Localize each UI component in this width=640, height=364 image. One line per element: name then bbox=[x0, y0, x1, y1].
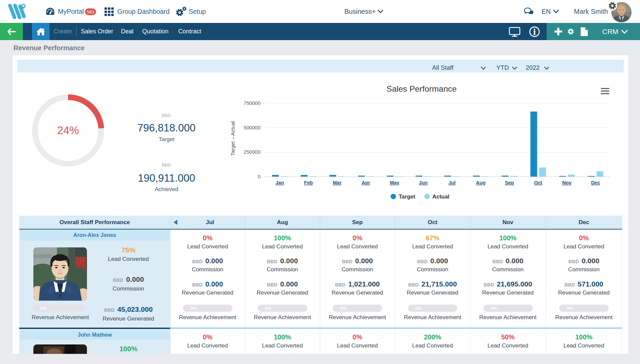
svg-text:Target – Actual: Target – Actual bbox=[230, 121, 236, 156]
svg-text:24%: 24% bbox=[57, 124, 79, 136]
svg-text:Jan: Jan bbox=[276, 180, 284, 185]
svg-text:Aug: Aug bbox=[476, 180, 485, 185]
svg-text:Actual: Actual bbox=[432, 193, 449, 200]
svg-text:Mar: Mar bbox=[333, 180, 342, 185]
svg-text:500000: 500000 bbox=[244, 125, 261, 130]
svg-text:Sales Performance: Sales Performance bbox=[387, 84, 457, 93]
svg-text:Jul: Jul bbox=[449, 180, 456, 185]
svg-text:Apr: Apr bbox=[362, 180, 370, 185]
svg-text:0: 0 bbox=[258, 174, 261, 179]
svg-text:750000: 750000 bbox=[244, 100, 261, 106]
svg-text:Oct: Oct bbox=[534, 180, 542, 185]
svg-text:Sep: Sep bbox=[505, 180, 514, 185]
svg-text:250000: 250000 bbox=[244, 149, 261, 155]
svg-text:Feb: Feb bbox=[304, 180, 313, 185]
svg-text:Dec: Dec bbox=[591, 180, 600, 185]
svg-text:May: May bbox=[390, 180, 399, 185]
svg-text:Nov: Nov bbox=[562, 180, 571, 185]
svg-text:Target: Target bbox=[399, 193, 416, 200]
svg-text:Jun: Jun bbox=[419, 180, 428, 185]
